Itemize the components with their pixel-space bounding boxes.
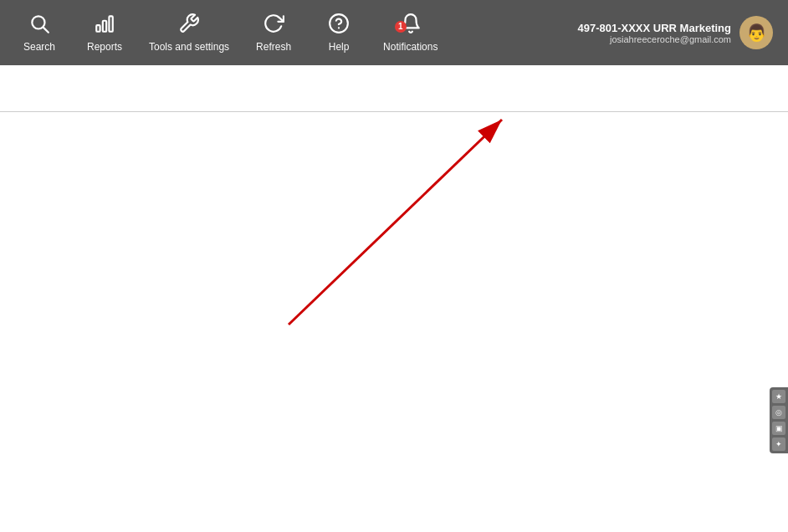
nav-refresh-label: Refresh	[256, 41, 291, 53]
user-text: 497-801-XXXX URR Marketing josiahreecero…	[577, 22, 731, 44]
nav-tools-label: Tools and settings	[149, 41, 229, 53]
nav-refresh[interactable]: Refresh	[241, 0, 306, 65]
nav-search-label: Search	[23, 41, 55, 53]
nav-notifications[interactable]: 1 Notifications	[371, 0, 449, 65]
side-panel-btn-star[interactable]: ★	[772, 390, 785, 403]
user-email: josiahreeceroche@gmail.com	[610, 34, 731, 44]
nav-help[interactable]: Help	[306, 0, 371, 65]
main-content: ★ ◎ ▣ ✦	[0, 111, 788, 532]
svg-rect-4	[109, 16, 112, 31]
help-icon	[328, 13, 350, 38]
nav-reports-label: Reports	[87, 41, 122, 53]
user-name: 497-801-XXXX URR Marketing	[577, 22, 731, 34]
nav-search[interactable]: Search	[7, 0, 72, 65]
side-panel-btn-settings[interactable]: ✦	[772, 437, 785, 451]
bell-icon: 1	[400, 13, 422, 38]
avatar: 👨	[739, 16, 773, 49]
annotation-arrow	[0, 111, 788, 532]
side-panel: ★ ◎ ▣ ✦	[770, 387, 788, 453]
nav-help-label: Help	[329, 41, 350, 53]
svg-line-1	[43, 28, 49, 33]
search-icon	[28, 13, 50, 38]
user-info[interactable]: 497-801-XXXX URR Marketing josiahreecero…	[569, 16, 781, 49]
svg-rect-3	[103, 21, 106, 32]
nav-notifications-label: Notifications	[383, 41, 437, 53]
notification-badge: 1	[395, 21, 407, 33]
tools-icon	[178, 13, 200, 38]
top-navbar: Search Reports Tools and settings Refres…	[0, 0, 788, 65]
side-panel-btn-circle[interactable]: ◎	[772, 406, 785, 419]
svg-rect-2	[96, 25, 100, 32]
divider	[0, 111, 788, 112]
refresh-icon	[263, 13, 284, 38]
nav-reports[interactable]: Reports	[72, 0, 137, 65]
side-panel-btn-grid[interactable]: ▣	[772, 422, 785, 435]
reports-icon	[94, 13, 115, 38]
svg-line-8	[289, 120, 502, 325]
nav-tools[interactable]: Tools and settings	[137, 0, 241, 65]
